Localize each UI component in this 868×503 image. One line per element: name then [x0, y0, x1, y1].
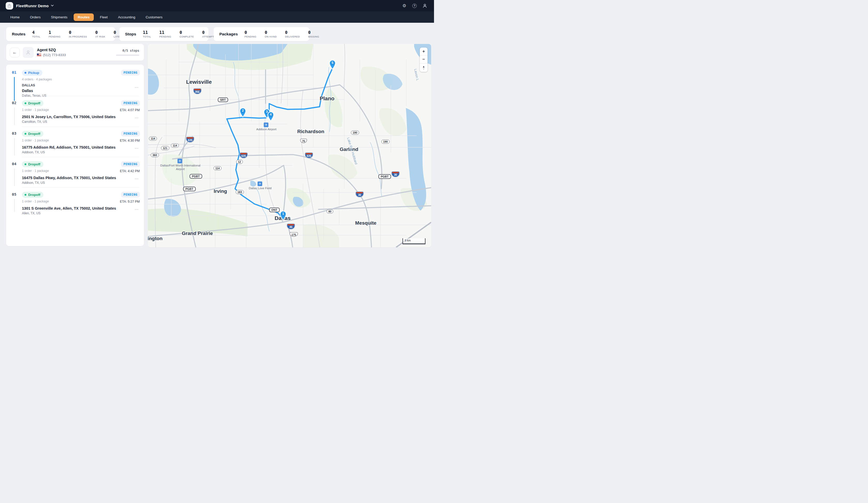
- map-marker-4[interactable]: 4: [267, 111, 275, 121]
- zoom-in-button[interactable]: +: [420, 48, 427, 55]
- map-marker-2[interactable]: 2: [239, 107, 247, 117]
- app-logo[interactable]: [6, 2, 13, 10]
- stop-type-badge-dropoff: Dropoff: [22, 161, 43, 167]
- route-connector: [14, 168, 15, 186]
- bag-icon: [8, 4, 11, 8]
- stop-eta: ETA: 4:42 PM: [120, 169, 140, 173]
- stop-type-badge-dropoff: Dropoff: [22, 100, 43, 106]
- airplane-icon-love-field: ✈: [258, 182, 262, 186]
- stop-title: 16475 Dallas Pkwy, Addison, TX 75001, Un…: [22, 176, 140, 180]
- compass-south-icon: ▼: [422, 68, 425, 70]
- packages-pending-value: 0: [245, 30, 257, 35]
- dropoff-dot-icon: [24, 194, 26, 196]
- status-badge: PENDING: [121, 131, 140, 136]
- shield-190a: 190: [351, 131, 359, 135]
- routes-card-title: Routes: [6, 27, 25, 41]
- dropoff-dot-icon: [24, 102, 26, 104]
- shield-srt: SRT: [218, 97, 228, 102]
- routes-inprogress-value: 0: [69, 30, 87, 35]
- agent-phone[interactable]: (512) 773-8333: [43, 53, 66, 57]
- poi-label-addison-airport: Addison Airport: [256, 127, 276, 131]
- tab-fleet[interactable]: Fleet: [96, 13, 112, 21]
- stop-title: 2501 N Josey Ln, Carrollton, TX 75006, U…: [22, 115, 140, 119]
- tab-home[interactable]: Home: [6, 13, 24, 21]
- tab-routes[interactable]: Routes: [74, 13, 94, 21]
- route-connector: [14, 107, 15, 125]
- packages-stats-card: Packages 0PENDING 0ON HAND 0DELIVERED 0M…: [214, 27, 309, 41]
- map-marker-1[interactable]: 1: [279, 211, 287, 220]
- settings-gear-icon[interactable]: ⚙: [402, 3, 407, 8]
- shield-114b: 114: [171, 143, 179, 147]
- stops-stats-card: Stops 11TOTAL 11PENDING 0COMPLETE 0ATTEM…: [119, 27, 208, 41]
- stop-subtitle: Carrollton, TX, US: [22, 120, 140, 124]
- poi-label-dallas-love-field: Dallas Love Field: [249, 186, 271, 190]
- stop-hub-name: DALLAS: [22, 83, 140, 87]
- chevron-down-icon[interactable]: [51, 5, 54, 7]
- shield-183: 183: [236, 190, 244, 194]
- stop-eta: ETA: 4:30 PM: [120, 139, 140, 142]
- compass-reset-button[interactable]: ▲ ▼: [420, 64, 427, 72]
- stop-item-2[interactable]: 02 Dropoff 1 order · 1 package 2501 N Jo…: [6, 96, 144, 127]
- map-canvas[interactable]: Lewisville Plano Richardson Garland Mesq…: [148, 44, 431, 247]
- status-badge: PENDING: [121, 161, 140, 167]
- shield-360: 360: [151, 153, 159, 157]
- stop-title: 1301 S Greenville Ave, Allen, TX 75002, …: [22, 206, 140, 211]
- stop-meta: 4 orders · 4 packages: [22, 78, 140, 81]
- shield-dnt: DNT: [269, 207, 280, 212]
- map-creeks: [233, 62, 382, 231]
- main-nav: Home Orders Shipments Routes Fleet Accou…: [0, 11, 434, 23]
- poi-label-dfw-airport: Dallas/Fort Worth International Airport: [158, 164, 202, 171]
- stops-progress-text: 0/5 stops: [116, 49, 139, 52]
- tab-customers[interactable]: Customers: [142, 13, 167, 21]
- tab-accounting[interactable]: Accounting: [114, 13, 140, 21]
- status-badge: PENDING: [121, 70, 140, 75]
- tab-shipments[interactable]: Shipments: [47, 13, 72, 21]
- stop-item-5[interactable]: 05 Dropoff 1 order · 1 package 1301 S Gr…: [6, 188, 144, 218]
- city-label-richardson: Richardson: [297, 129, 324, 134]
- shield-loop12: 12: [236, 160, 243, 164]
- account-icon[interactable]: [422, 3, 427, 8]
- routes-pending-value: 1: [49, 30, 61, 35]
- us-flag-icon: [37, 53, 41, 57]
- map-marker-5[interactable]: 5: [329, 60, 336, 70]
- stop-menu-button[interactable]: ⋯: [135, 208, 139, 211]
- packages-card-title: Packages: [214, 27, 238, 41]
- stops-complete-value: 0: [179, 30, 194, 35]
- shield-us80: 80: [327, 209, 333, 214]
- top-bar: FleetRunnr Demo ⚙ ?: [0, 0, 434, 11]
- route-connector: [14, 138, 15, 156]
- city-label-irving: Irving: [214, 188, 227, 194]
- stop-menu-button[interactable]: ⋯: [135, 117, 139, 119]
- stop-menu-button[interactable]: ⋯: [135, 86, 139, 89]
- stop-type-badge-dropoff: Dropoff: [22, 131, 43, 137]
- shield-pgbt-b: PGBT: [183, 187, 196, 191]
- routes-atrisk-value: 0: [95, 30, 105, 35]
- back-button[interactable]: ←: [10, 48, 20, 58]
- stop-item-4[interactable]: 04 Dropoff 1 order · 1 package 16475 Dal…: [6, 157, 144, 188]
- stop-item-3[interactable]: 03 Dropoff 1 order · 1 package 16775 Add…: [6, 127, 144, 157]
- help-icon[interactable]: ?: [412, 4, 417, 8]
- routes-total-value: 4: [32, 30, 41, 35]
- shield-114: 114: [149, 136, 157, 141]
- city-label-arlington-partial: ington: [148, 236, 163, 242]
- stop-item-1[interactable]: 01 Pickup 4 orders · 4 packages DALLAS D…: [6, 66, 144, 96]
- dropoff-dot-icon: [24, 163, 26, 165]
- city-label-mesquite: Mesquite: [355, 220, 376, 226]
- zoom-out-button[interactable]: −: [420, 55, 427, 63]
- stop-menu-button[interactable]: ⋯: [135, 147, 139, 150]
- pickup-dot-icon: [24, 72, 26, 74]
- shield-pgbt-c: PGBT: [379, 174, 391, 179]
- stop-menu-button[interactable]: ⋯: [135, 178, 139, 180]
- city-label-plano: Plano: [320, 95, 334, 102]
- summary-stats-row: Routes 4TOTAL 1PENDING 0IN PROGRESS 0AT …: [6, 27, 428, 41]
- stops-progress-bar: [116, 54, 139, 56]
- tab-orders[interactable]: Orders: [26, 13, 45, 21]
- status-badge: PENDING: [121, 192, 140, 197]
- packages-delivered-value: 0: [285, 30, 300, 35]
- shield-pgbt-a: PGBT: [189, 174, 202, 178]
- stop-title: 16775 Addison Rd, Addison, TX 75001, Uni…: [22, 145, 140, 150]
- packages-onhand-value: 0: [265, 30, 277, 35]
- shield-190b: 190: [381, 140, 390, 144]
- person-icon: [25, 50, 31, 55]
- stop-type-badge-pickup: Pickup: [22, 70, 42, 76]
